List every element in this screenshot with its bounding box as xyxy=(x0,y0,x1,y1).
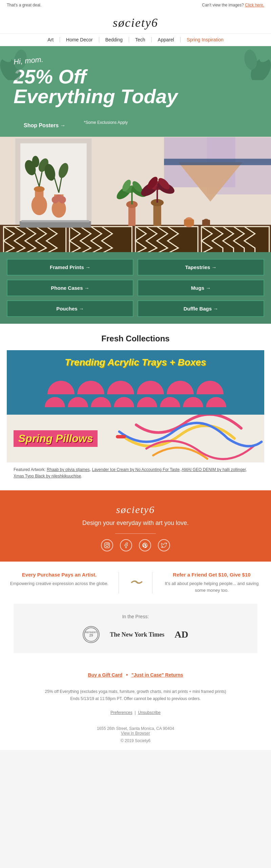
ad-logo: AD xyxy=(174,629,188,640)
s6-tagline: Design your everyday with art you love. xyxy=(7,520,264,527)
refer-title: Refer a Friend Get $10, Give $10 xyxy=(159,572,264,578)
top-bar-left: That's a great deal. xyxy=(7,3,41,7)
nav-item-apparel[interactable]: Apparel xyxy=(152,37,181,42)
half-circle-5 xyxy=(167,381,194,394)
top-bar: That's a great deal. Can't view the imag… xyxy=(0,0,271,10)
half-circle-sm-3 xyxy=(91,397,111,407)
nav-item-home-decor[interactable]: Home Decor xyxy=(60,37,99,42)
nav-item-bedding[interactable]: Bedding xyxy=(99,37,129,42)
svg-text:29: 29 xyxy=(89,634,93,637)
artist-title: Every Purchase Pays an Artist. xyxy=(7,572,112,578)
svg-point-59 xyxy=(108,544,109,544)
refinery29-logo: REFINERY 29 xyxy=(83,626,100,643)
mugs-button[interactable]: Mugs → xyxy=(138,280,264,296)
returns-link[interactable]: "Just in Case" Returns xyxy=(131,672,183,678)
hero-section: Hi, mom. 25% Off Everything Today Shop P… xyxy=(0,46,271,324)
artwork-link-3[interactable]: AMAI GEO DENIM by halli zollinger xyxy=(182,467,246,472)
spring-pillows-banner: Spring Pillows xyxy=(7,415,264,462)
two-col-section: Every Purchase Pays an Artist. Empowerin… xyxy=(0,562,271,604)
phone-cases-button[interactable]: Phone Cases → xyxy=(7,280,133,296)
column-divider xyxy=(119,572,119,593)
half-circle-sm-7 xyxy=(183,397,203,407)
svg-rect-42 xyxy=(153,203,161,226)
svg-point-24 xyxy=(59,196,66,203)
product-buttons-grid: Framed Prints → Tapestries → Phone Cases… xyxy=(0,252,271,324)
pouches-button[interactable]: Pouches → xyxy=(7,300,133,317)
nav-item-art[interactable]: Art xyxy=(41,37,60,42)
tapestries-button[interactable]: Tapestries → xyxy=(138,259,264,276)
refer-column: Refer a Friend Get $10, Give $10 It's al… xyxy=(159,572,264,593)
fine-print-pref-unsub: Preferences | Unsubscribe xyxy=(10,709,261,716)
half-circle-1 xyxy=(47,381,75,394)
logo[interactable]: søciety6 xyxy=(0,16,271,30)
featured-label: Featured Artwork: xyxy=(14,467,46,472)
half-circle-sm-4 xyxy=(114,397,134,407)
nav-item-spring-inspiration[interactable]: Spring Inspiration xyxy=(181,37,230,42)
half-circle-sm-6 xyxy=(160,397,180,407)
svg-rect-55 xyxy=(21,220,89,222)
unsubscribe-link[interactable]: Unsubscribe xyxy=(138,710,161,715)
press-logos: REFINERY 29 The New York Times AD xyxy=(20,626,251,643)
fine-print-line2: Ends 5/13/19 at 11:59pm PT. Offer cannot… xyxy=(10,695,261,702)
framed-prints-button[interactable]: Framed Prints → xyxy=(7,259,133,276)
artist-body: Empowering creative expression across th… xyxy=(7,580,112,587)
nav: Art Home Decor Bedding Tech Apparel Spri… xyxy=(0,34,271,46)
pinterest-icon[interactable] xyxy=(139,539,151,551)
svg-rect-51 xyxy=(184,220,194,226)
buy-gift-card-link[interactable]: Buy a Gift Card xyxy=(88,672,123,678)
top-bar-right-prefix: Can't view the images? xyxy=(202,3,244,7)
artwork-link-4[interactable]: Xmas Typo Black by nileshkikuuchise xyxy=(14,474,81,478)
preferences-link[interactable]: Preferences xyxy=(110,710,132,715)
s6-divider xyxy=(115,533,156,534)
hero-discount: 25% Off xyxy=(14,67,257,87)
fine-print-line1: 25% off Everything (excludes yoga mats, … xyxy=(10,688,261,695)
social-icons xyxy=(7,539,264,551)
facebook-icon[interactable] xyxy=(120,539,132,551)
featured-artwork: Featured Artwork: Rhaab by olivia stjame… xyxy=(7,462,264,484)
click-here-link[interactable]: Click here. xyxy=(245,3,264,7)
svg-rect-56 xyxy=(116,435,126,438)
header: søciety6 xyxy=(0,10,271,34)
nyt-logo: The New York Times xyxy=(110,631,164,638)
nav-item-tech[interactable]: Tech xyxy=(129,37,152,42)
links-separator: • xyxy=(126,672,128,678)
leaf-decoration-right xyxy=(237,46,271,80)
trending-shapes xyxy=(14,375,257,408)
bottom-footer: 1655 26th Street, Santa Monica, CA 90404… xyxy=(0,721,271,750)
half-circle-3 xyxy=(107,381,134,394)
shop-posters-button[interactable]: Shop Posters → xyxy=(14,118,76,133)
email-wrapper: That's a great deal. Can't view the imag… xyxy=(0,0,271,750)
svg-rect-57 xyxy=(105,543,110,548)
instagram-icon[interactable] xyxy=(101,539,113,551)
twitter-icon[interactable] xyxy=(158,539,170,551)
exclusions-text: *Some Exclusions Apply xyxy=(84,120,128,125)
divider-deco: 〜 xyxy=(129,574,142,591)
spring-pillows-title: Spring Pillows xyxy=(14,430,98,447)
duffle-bags-button[interactable]: Duffle Bags → xyxy=(138,300,264,317)
svg-text:REFINERY: REFINERY xyxy=(85,631,97,634)
refer-body: It's all about people helping people... … xyxy=(159,580,264,593)
half-circle-sm-8 xyxy=(206,397,226,407)
fine-print: 25% off Everything (excludes yoga mats, … xyxy=(0,683,271,721)
svg-rect-53 xyxy=(202,220,210,226)
shop-btn-row: Shop Posters → *Some Exclusions Apply xyxy=(14,112,257,133)
s6-footer-section: søciety6 Design your everyday with art y… xyxy=(0,490,271,562)
hero-subtitle: Everything Today xyxy=(14,87,257,106)
svg-point-14 xyxy=(34,186,45,192)
svg-rect-10 xyxy=(164,159,271,165)
svg-point-58 xyxy=(106,544,108,547)
column-divider-2 xyxy=(152,572,152,593)
artwork-link-1[interactable]: Rhaab by olivia stjames xyxy=(47,467,90,472)
footer-address: 1655 26th Street, Santa Monica, CA 90404 xyxy=(7,726,264,731)
artwork-link-2[interactable]: Lavender Ice Cream by No Accounting For … xyxy=(92,467,180,472)
half-circle-2 xyxy=(77,381,104,394)
svg-rect-34 xyxy=(128,205,136,226)
fresh-collections-section: Fresh Collections Trending Acrylic Trays… xyxy=(0,324,271,490)
hero-text-area: Hi, mom. 25% Off Everything Today Shop P… xyxy=(0,46,271,137)
in-the-press-section: In the Press: REFINERY 29 The New York T… xyxy=(14,604,257,653)
half-circle-sm-5 xyxy=(137,397,157,407)
copyright: © 2019 Society6 xyxy=(7,738,264,743)
view-in-browser-link[interactable]: View in Browser xyxy=(121,731,150,736)
artist-column: Every Purchase Pays an Artist. Empowerin… xyxy=(7,572,112,593)
fresh-collections-title: Fresh Collections xyxy=(7,334,264,343)
